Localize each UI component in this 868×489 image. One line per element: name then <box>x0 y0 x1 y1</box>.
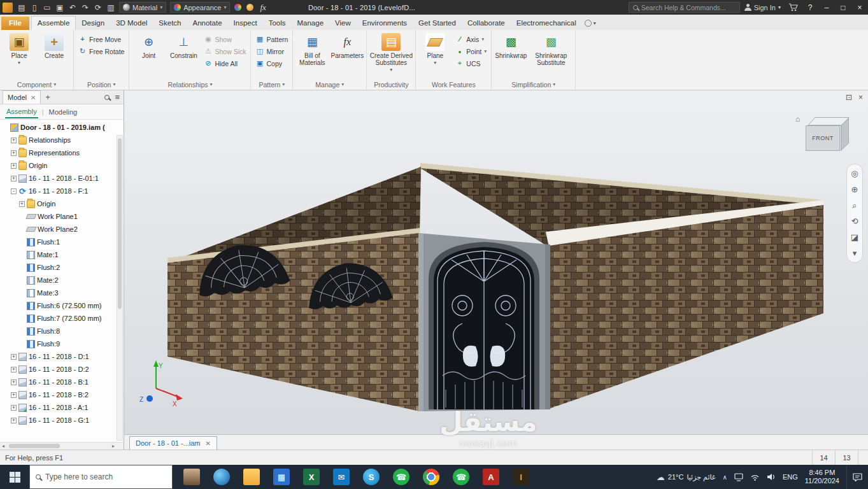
app-menu-icon[interactable]: ▤ <box>15 3 28 12</box>
panel-label-simplification[interactable]: Simplification▾ <box>494 79 573 90</box>
tree-expander[interactable] <box>19 278 25 283</box>
place-button[interactable]: Place ▾ <box>3 31 36 79</box>
close-document-icon[interactable]: × <box>858 93 863 102</box>
help-search-box[interactable] <box>629 2 740 13</box>
whatsapp-icon[interactable]: ☎ <box>393 469 409 485</box>
tree-item[interactable]: + Relationships <box>0 134 124 146</box>
tree-expander[interactable]: + <box>11 354 17 360</box>
mail-icon[interactable]: ✉ <box>333 469 350 485</box>
select-filter-icon[interactable]: ▥ <box>104 3 117 12</box>
update-icon[interactable]: ⟳ <box>92 3 104 12</box>
ribbon-tab[interactable]: Sketch <box>153 17 187 30</box>
tree-expander[interactable]: - <box>11 188 17 194</box>
hide-all-button[interactable]: Hide All <box>202 59 248 68</box>
tree-expander[interactable] <box>19 341 25 347</box>
whatsapp-icon-2[interactable]: ☎ <box>453 469 469 485</box>
taskbar-avatar[interactable] <box>183 469 200 485</box>
restore-document-icon[interactable]: ⊡ <box>846 93 852 102</box>
panel-label-manage[interactable]: Manage▾ <box>295 79 364 90</box>
panel-label-relationships[interactable]: Relationships▾ <box>132 79 248 90</box>
material-dropdown[interactable]: Material ▾ <box>119 2 166 13</box>
create-derived-substitutes-button[interactable]: Create Derived Substitutes ▾ <box>369 31 413 79</box>
browser-tab-model[interactable]: Model ✕ <box>3 90 41 104</box>
tree-item[interactable]: Flush:7 (72.500 mm) <box>0 312 124 325</box>
point-button[interactable]: Point▾ <box>453 46 488 56</box>
free-move-button[interactable]: Free Move <box>76 34 126 44</box>
appearance-dropdown[interactable]: Appearance ▾ <box>170 2 230 13</box>
graphics-window[interactable]: Y X Z ⊡ × ⌂ FRONT <box>124 90 868 434</box>
tree-item[interactable]: Flush:2 <box>0 261 124 274</box>
ribbon-tab[interactable]: File <box>1 17 29 30</box>
panel-label-component[interactable]: Component▾ <box>3 79 71 90</box>
chrome-icon[interactable] <box>423 469 439 485</box>
tree-item[interactable]: + Origin <box>0 197 124 210</box>
tree-expander[interactable] <box>3 125 8 131</box>
action-center-button[interactable] <box>846 465 868 489</box>
taskbar-search-box[interactable] <box>29 465 173 489</box>
ucs-button[interactable]: UCS <box>453 59 488 68</box>
ribbon-tab[interactable]: Manage <box>292 17 330 30</box>
tree-item[interactable]: Flush:1 <box>0 236 124 248</box>
store-cart-icon[interactable] <box>785 0 802 15</box>
document-tab[interactable]: Door - 18 - 01 -...iam ✕ <box>129 436 217 450</box>
tree-expander[interactable] <box>19 265 25 271</box>
close-button[interactable]: × <box>851 0 868 15</box>
tree-expander[interactable]: + <box>19 201 25 207</box>
ribbon-tab[interactable]: 3D Model <box>110 17 153 30</box>
open-icon[interactable]: ▭ <box>41 3 53 12</box>
mirror-button[interactable]: Mirror <box>253 46 290 56</box>
tree-item[interactable]: + 16 - 11 - 2018 - G:1 <box>0 414 124 427</box>
home-icon[interactable]: ⌂ <box>795 115 800 124</box>
calculator-icon[interactable]: ▦ <box>273 469 290 485</box>
help-search-input[interactable] <box>641 4 736 11</box>
ribbon-tab[interactable]: Electromechanical <box>511 17 582 30</box>
tree-expander[interactable]: + <box>11 392 17 398</box>
tree-item[interactable]: Flush:9 <box>0 337 124 350</box>
show-sick-button[interactable]: Show Sick <box>202 46 248 56</box>
joint-button[interactable]: Joint <box>132 31 165 79</box>
bill-of-materials-button[interactable]: Bill of Materials <box>295 31 329 79</box>
ribbon-tab[interactable]: View <box>329 17 357 30</box>
tree-item[interactable]: + Origin <box>0 159 124 172</box>
tree-item[interactable]: Work Plane1 <box>0 210 124 223</box>
volume-icon[interactable] <box>767 473 776 481</box>
shrinkwrap-button[interactable]: Shrinkwrap <box>494 31 527 79</box>
weather-widget[interactable]: ☁ 21°C غائم جزئيا <box>657 472 716 482</box>
tree-vertical-scrollbar[interactable] <box>117 135 123 441</box>
ribbon-display-options[interactable]: ▾ <box>585 20 596 30</box>
tree-item[interactable]: + 16 - 11 - 2018 - B:2 <box>0 388 124 401</box>
constrain-button[interactable]: Constrain <box>167 31 200 79</box>
tree-item[interactable]: + 16 - 11 - 2018 - A:1 <box>0 401 124 414</box>
scroll-left-icon[interactable]: ◂ <box>2 443 4 450</box>
inventor-logo[interactable] <box>3 3 13 13</box>
tree-item[interactable]: Flush:6 (72.500 mm) <box>0 299 124 312</box>
parameters-fx-icon[interactable]: fx <box>256 3 269 13</box>
wifi-icon[interactable] <box>750 473 760 481</box>
tree-expander[interactable] <box>19 290 25 296</box>
panel-label-work-features[interactable]: Work Features <box>418 79 488 90</box>
pattern-button[interactable]: Pattern <box>253 34 290 44</box>
orbit-icon[interactable]: ⟲ <box>851 217 858 225</box>
look-at-icon[interactable]: ◪ <box>851 233 858 241</box>
tree-expander[interactable]: + <box>11 138 17 143</box>
close-tab-icon[interactable]: ✕ <box>205 440 210 447</box>
undo-icon[interactable]: ↶ <box>66 3 79 12</box>
view-cube[interactable]: ⌂ FRONT <box>806 117 851 157</box>
tree-item[interactable]: + 16 - 11 - 2018 - B:1 <box>0 376 124 388</box>
tree-expander[interactable] <box>19 329 25 334</box>
tree-expander[interactable] <box>19 303 25 309</box>
material-swatch-icon[interactable] <box>246 4 253 11</box>
minimize-button[interactable]: – <box>818 0 835 15</box>
tree-expander[interactable]: + <box>11 379 17 385</box>
pan-icon[interactable]: ⊕ <box>851 185 858 194</box>
ribbon-tab[interactable]: Annotate <box>187 17 228 30</box>
tree-item[interactable]: Mate:1 <box>0 248 124 261</box>
tree-horizontal-scrollbar[interactable]: ◂ ▸ <box>0 442 124 450</box>
excel-icon[interactable]: X <box>303 469 320 485</box>
tree-item[interactable]: + Representations <box>0 146 124 159</box>
ribbon-tab[interactable]: Collaborate <box>462 17 511 30</box>
tree-item[interactable]: Flush:8 <box>0 325 124 337</box>
close-icon[interactable]: ✕ <box>31 94 36 101</box>
clock[interactable]: 8:46 PM 11/20/2024 <box>805 469 839 485</box>
tree-item[interactable]: Door - 18 - 01 - 2019.iam ( <box>0 121 124 134</box>
